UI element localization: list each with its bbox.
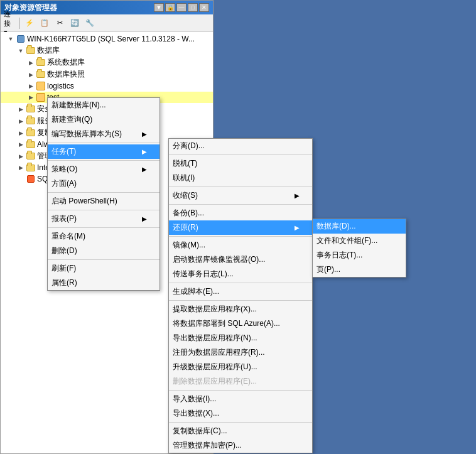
register-dac-item[interactable]: 注册为数据层应用程序(R)... xyxy=(169,345,312,360)
new-query-btn[interactable]: ⚡ xyxy=(23,16,36,30)
properties-item[interactable]: 属性(R) xyxy=(48,276,160,290)
maximize-btn[interactable]: □ xyxy=(188,3,198,12)
powershell-item[interactable]: 启动 PowerShell(H) xyxy=(48,194,160,208)
snapshots-expander[interactable]: ▶ xyxy=(26,70,36,80)
test-expander[interactable]: ▶ xyxy=(26,92,36,102)
sep-1 xyxy=(48,143,160,143)
snapshots-label: 数据库快照 xyxy=(47,69,85,80)
logistics-icon xyxy=(36,81,46,91)
deploy-azure-item[interactable]: 将数据库部署到 SQL Azure(A)... xyxy=(169,316,312,331)
connect-btn[interactable]: 连接 ▾ xyxy=(3,16,17,30)
facets-item[interactable]: 方面(A) xyxy=(48,176,160,191)
upgrade-dac-item[interactable]: 升级数据层应用程序(U)... xyxy=(169,360,312,374)
copy-database-item[interactable]: 复制数据库(C)... xyxy=(169,424,312,438)
new-query-item[interactable]: 新建查询(Q) xyxy=(48,112,160,127)
server-expander[interactable]: ▼ xyxy=(6,34,16,44)
export-data-item[interactable]: 导出数据(X)... xyxy=(169,406,312,421)
log-shipping-item[interactable]: 传送事务日志(L)... xyxy=(169,267,312,281)
sql-expander xyxy=(16,174,26,184)
context-menu-3: 数据库(D)... 文件和文件组(F)... 事务日志(T)... 页(P)..… xyxy=(312,219,406,278)
import-data-item[interactable]: 导入数据(I)... xyxy=(169,392,312,406)
shrink-arrow: ▶ xyxy=(295,192,300,199)
repl-expander[interactable]: ▶ xyxy=(16,128,26,138)
restore-files-item[interactable]: 文件和文件组(F)... xyxy=(313,234,406,248)
tasks-sep-1 xyxy=(169,154,312,155)
toolbar: 连接 ▾ ⚡ 📋 ✂ 🔄 🔧 xyxy=(1,14,213,32)
sep1 xyxy=(19,18,20,29)
security-icon xyxy=(26,104,36,114)
refresh-item[interactable]: 刷新(F) xyxy=(48,261,160,276)
server-icon xyxy=(16,34,26,44)
online-item[interactable]: 联机(I) xyxy=(169,171,312,185)
script-database-item[interactable]: 编写数据库脚本为(S) ▶ xyxy=(48,127,160,141)
policy-item[interactable]: 策略(O) ▶ xyxy=(48,162,160,176)
sql-icon xyxy=(26,174,36,184)
rename-item[interactable]: 重命名(M) xyxy=(48,229,160,244)
sep-2 xyxy=(48,160,160,161)
srv-obj-icon xyxy=(26,116,36,126)
shrink-item[interactable]: 收缩(S) ▶ xyxy=(169,188,312,203)
tasks-sep-2 xyxy=(169,186,312,187)
sep-3 xyxy=(48,192,160,193)
policy-arrow: ▶ xyxy=(142,166,147,173)
delete-item[interactable]: 删除(D) xyxy=(48,244,160,258)
restore-database-item[interactable]: 数据库(D)... xyxy=(313,219,406,234)
databases-label: 数据库 xyxy=(37,45,60,56)
close-btn[interactable]: ✕ xyxy=(199,3,209,12)
always-icon xyxy=(26,139,36,149)
tasks-sep-3 xyxy=(169,204,312,205)
restore-txlog-item[interactable]: 事务日志(T)... xyxy=(313,248,406,262)
encrypt-database-item[interactable]: 管理数据库加密(P)... xyxy=(169,438,312,453)
tasks-sep-6 xyxy=(169,300,312,301)
databases-node[interactable]: ▼ 数据库 xyxy=(1,45,213,57)
tasks-sep-4 xyxy=(169,236,312,237)
detach-item[interactable]: 分离(D)... xyxy=(169,139,312,153)
sys-db-expander[interactable]: ▶ xyxy=(26,58,36,68)
minimize-btn[interactable]: — xyxy=(176,3,187,12)
srv-obj-expander[interactable]: ▶ xyxy=(16,116,26,126)
lock-btn[interactable]: 🔒 xyxy=(165,3,175,12)
extract-dac-item[interactable]: 提取数据层应用程序(X)... xyxy=(169,302,312,316)
snapshots-icon xyxy=(36,70,46,80)
refresh-btn[interactable]: 🔄 xyxy=(68,16,82,30)
pin-btn[interactable]: ▼ xyxy=(154,3,164,12)
logistics-db-node[interactable]: ▶ logistics xyxy=(1,80,213,92)
mgmt-icon xyxy=(26,151,36,161)
tasks-sep-8 xyxy=(169,422,312,423)
mirror-monitor-item[interactable]: 启动数据库镜像监视器(O)... xyxy=(169,252,312,267)
mgmt-expander[interactable]: ▶ xyxy=(16,151,26,161)
sys-db-icon xyxy=(36,58,46,68)
integ-icon xyxy=(26,163,36,173)
restore-page-item[interactable]: 页(P)... xyxy=(313,262,406,277)
always-expander[interactable]: ▶ xyxy=(16,139,26,149)
tasks-item[interactable]: 任务(T) ▶ xyxy=(48,144,160,159)
databases-expander[interactable]: ▼ xyxy=(16,46,26,56)
system-databases-node[interactable]: ▶ 系统数据库 xyxy=(1,57,213,68)
tasks-sep-5 xyxy=(169,283,312,283)
logistics-expander[interactable]: ▶ xyxy=(26,81,36,91)
security-expander[interactable]: ▶ xyxy=(16,104,26,114)
tasks-sep-7 xyxy=(169,390,312,391)
databases-icon xyxy=(26,46,36,56)
reports-arrow: ▶ xyxy=(142,215,147,222)
context-menu-2: 分离(D)... 脱机(T) 联机(I) 收缩(S) ▶ 备份(B)... 还原… xyxy=(168,138,313,453)
sys-db-label: 系统数据库 xyxy=(47,57,85,68)
restore-item[interactable]: 还原(R) ▶ xyxy=(169,220,312,235)
settings-btn[interactable]: 🔧 xyxy=(83,16,97,30)
export-dac-item[interactable]: 导出数据层应用程序(N)... xyxy=(169,331,312,345)
context-menu-1: 新建数据库(N)... 新建查询(Q) 编写数据库脚本为(S) ▶ 任务(T) … xyxy=(47,97,160,291)
server-label: WIN-K166R7TG5LD (SQL Server 11.0.3128 - … xyxy=(27,35,195,43)
new-database-item[interactable]: 新建数据库(N)... xyxy=(48,98,160,112)
integ-expander[interactable]: ▶ xyxy=(16,163,26,173)
backup-item[interactable]: 备份(B)... xyxy=(169,206,312,220)
offline-item[interactable]: 脱机(T) xyxy=(169,156,312,171)
delete-dac-item: 删除数据层应用程序(E)... xyxy=(169,374,312,389)
cut-btn[interactable]: ✂ xyxy=(53,16,67,30)
server-node[interactable]: ▼ WIN-K166R7TG5LD (SQL Server 11.0.3128 … xyxy=(1,33,213,45)
reports-item[interactable]: 报表(P) ▶ xyxy=(48,212,160,226)
db-snapshots-node[interactable]: ▶ 数据库快照 xyxy=(1,68,213,80)
sep-5 xyxy=(48,227,160,228)
generate-scripts-item[interactable]: 生成脚本(E)... xyxy=(169,284,312,299)
mirror-item[interactable]: 镜像(M)... xyxy=(169,238,312,252)
copy-btn[interactable]: 📋 xyxy=(38,16,51,30)
